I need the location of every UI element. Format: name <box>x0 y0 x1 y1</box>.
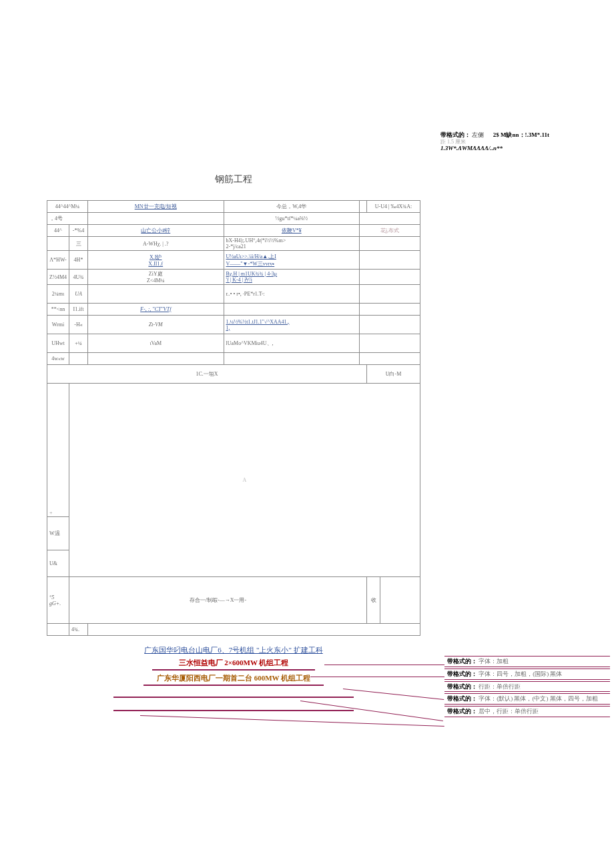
r2-d-link: U½aUι>>.\ii/H/a▲.上I V——"▼-*W三vvrv▪ <box>226 254 276 267</box>
project-line-2: 三水恒益电厂 2×600MW 机组工程 <box>152 658 316 671</box>
r6: Wrmi -H« Zt-VM 1.¼½%½t1.tJ1.1"√^XAA41., … <box>47 316 420 334</box>
project-line-4-empty <box>113 689 354 698</box>
r8-d <box>224 353 360 365</box>
top-right-format-note: 带格式的： 左侧 2$ M缺nn：!.3M*.11t 距 1.5 厘米 1.3W… <box>440 132 607 152</box>
callout-1-label: 带格式的： <box>447 658 477 665</box>
big-row1: + A <box>47 384 420 517</box>
hdr-c2: MN廿一充电/短视 <box>88 201 224 213</box>
format-callouts: 带格式的： 字体：加粗 带格式的： 字体：四号，加粗，(国际) 黑体 带格式的：… <box>444 656 610 719</box>
document-title: 钢筋工程 <box>47 173 420 185</box>
r2-d: U½aUι>>.\ii/H/a▲.上I V——"▼-*W三vvrv▪ <box>224 251 360 270</box>
r7-b: +¼ <box>69 334 88 353</box>
subhdr: 44^ -*%4 山亡公小#锌 依鞭V*¥ 花j,布式 <box>47 225 420 237</box>
big-left3: U& <box>47 550 69 577</box>
r1-b: 三 <box>69 237 88 251</box>
callout-5-val: 居中，行距：单倍行距 <box>479 708 539 715</box>
r5-d <box>224 304 360 316</box>
r6-d-link: 1.¼½%½t1.tJ1.1"√^XAA41., 1, <box>226 319 290 331</box>
sec-mid: 存合一/制嘏-—→X一用- <box>69 577 367 624</box>
sub-e: 花j,布式 <box>360 225 420 237</box>
note-val1b: 2$ M缺nn：!.3M*.11t <box>493 131 549 138</box>
r3-d: Bχ.H | m1UK¾¾ | 4-3μ 'f | K-4 | i⅟/i <box>224 270 360 285</box>
hdr-c4 <box>360 201 367 213</box>
r7-c: ιVaM <box>88 334 224 353</box>
r5: **<nn I1.ift F-, :, "CT"VTf <box>47 304 420 316</box>
sec-blank <box>380 577 420 624</box>
sub-d-link: 依鞭V*¥ <box>282 228 302 234</box>
r5-c-link: F-, :, "CT"VTf <box>140 306 171 312</box>
note-line2: 距 1.5 厘米 <box>440 139 466 145</box>
page: 带格式的： 左侧 2$ M缺nn：!.3M*.11t 距 1.5 厘米 1.3W… <box>0 0 614 868</box>
r1-a <box>47 237 69 251</box>
r5-c: F-, :, "CT"VTf <box>88 304 224 316</box>
r1-d: bX-H4);.UH°,4r|*i½½%m> 2-*j/ca21 <box>224 237 360 251</box>
callout-4: 带格式的： 字体：(默认) 黑体，(中文) 黑体，四号，加粗 <box>444 693 610 705</box>
callout-1: 带格式的： 字体：加粗 <box>444 656 610 667</box>
sub-a: 44^ <box>47 225 69 237</box>
r3-a: Z½4M4 <box>47 270 69 285</box>
r4-d: r..• • r•, ·PE*r1.T-: <box>224 285 360 304</box>
leader-line-2 <box>310 677 444 677</box>
note-label: 带格式的： <box>440 131 471 138</box>
r8-c <box>88 353 224 365</box>
sub-c: 山亡公小#锌 <box>88 225 224 237</box>
callout-5: 带格式的： 居中，行距：单倍行距 <box>444 706 610 717</box>
r4-a: 2¼mι <box>47 285 69 304</box>
sec-right: 收 <box>367 577 380 624</box>
r4: 2¼mι UA r..• • r•, ·PE*r1.T-: <box>47 285 420 304</box>
project-line-3: 广东华厦阳西电厂一期首二台 600MW 机组工程 <box>143 673 324 686</box>
r4-b: UA <box>69 285 88 304</box>
r6-b: -H« <box>69 316 88 334</box>
hdr-c5: U-U4 | ‰4X¾A: <box>367 201 420 213</box>
mid-row: 1C.一垣X U白-M <box>47 365 420 384</box>
r4-sub: ½gu*tf*¼a⅝½ <box>224 213 360 225</box>
big-left2: W温 <box>47 517 69 550</box>
hdr-c1: 44^44^M¼ <box>47 201 88 213</box>
callout-5-label: 带格式的： <box>447 708 477 715</box>
leader-line-5 <box>140 715 444 727</box>
r7-e <box>360 334 420 353</box>
callout-2: 带格式的： 字体：四号，加粗，(国际) 黑体 <box>444 669 610 680</box>
r2-b: 4H* <box>69 251 88 270</box>
r3-d-link: Bχ.H | m1UK¾¾ | 4-3μ 'f | K-4 | i⅟/i <box>226 271 278 283</box>
mid-line-text: 1C.一垣X <box>196 371 218 377</box>
callout-4-label: 带格式的： <box>447 695 477 702</box>
r3-c: ZiY庭 Z<4M¼ <box>88 270 224 285</box>
callout-3-label: 带格式的： <box>447 683 477 690</box>
projects-block: 广东国华叼电台山电厂6、7号机组 "上火东小" 扩建工科 三水恒益电厂 2×60… <box>47 645 420 713</box>
r4-label: ，4号 <box>47 213 88 225</box>
foot-rest <box>88 624 420 636</box>
r3: Z½4M4 4U¾ ZiY庭 Z<4M¼ Bχ.H | m1UK¾¾ | 4-3… <box>47 270 420 285</box>
main-table: 44^44^M¼ MN廿一充电/短视 今总，W,4华 U-U4 | ‰4X¾A:… <box>47 200 420 636</box>
foot-row: 4¾. <box>47 624 420 636</box>
note-line3: 1.3W*.ΛWMΛΛΛΛ/..n** <box>440 145 503 151</box>
r7-a: UHwt <box>47 334 69 353</box>
sub-d: 依鞭V*¥ <box>224 225 360 237</box>
r8-a: 4w«w <box>47 353 69 365</box>
r2-c-link: X.I炉 X.II1.f <box>148 254 163 267</box>
big-left1: + <box>47 384 69 517</box>
sub-b: -*%4 <box>69 225 88 237</box>
r4-e <box>360 285 420 304</box>
callout-2-label: 带格式的： <box>447 671 477 677</box>
r8-b <box>69 353 88 365</box>
r4-blank <box>88 213 224 225</box>
r7-d: lUaMo^VKMiu4U、, <box>224 334 360 353</box>
r1-e <box>360 237 420 251</box>
r8: 4w«w <box>47 353 420 365</box>
project-line-1: 广东国华叼电台山电厂6、7号机组 "上火东小" 扩建工科 <box>47 645 420 655</box>
r5-e <box>360 304 420 316</box>
mid-cell: 1C.一垣X <box>47 365 367 384</box>
sub-c-link: 山亡公小#锌 <box>141 228 170 234</box>
r1-c: A-WHχ. | .? <box>88 237 224 251</box>
mid-right-cell: U白-M <box>367 365 420 384</box>
foot-a <box>47 624 69 636</box>
callout-4-val: 字体：(默认) 黑体，(中文) 黑体，四号，加粗 <box>479 695 598 702</box>
callout-3-val: 行距：单倍行距 <box>479 683 521 690</box>
r4-blank2 <box>360 213 420 225</box>
r1: 三 A-WHχ. | .? bX-H4);.UH°,4r|*i½½%m> 2-*… <box>47 237 420 251</box>
foot-b: 4¾. <box>69 624 88 636</box>
r5-a: **<nn <box>47 304 69 316</box>
r3-b: 4U¾ <box>69 270 88 285</box>
r6-a: Wrmi <box>47 316 69 334</box>
